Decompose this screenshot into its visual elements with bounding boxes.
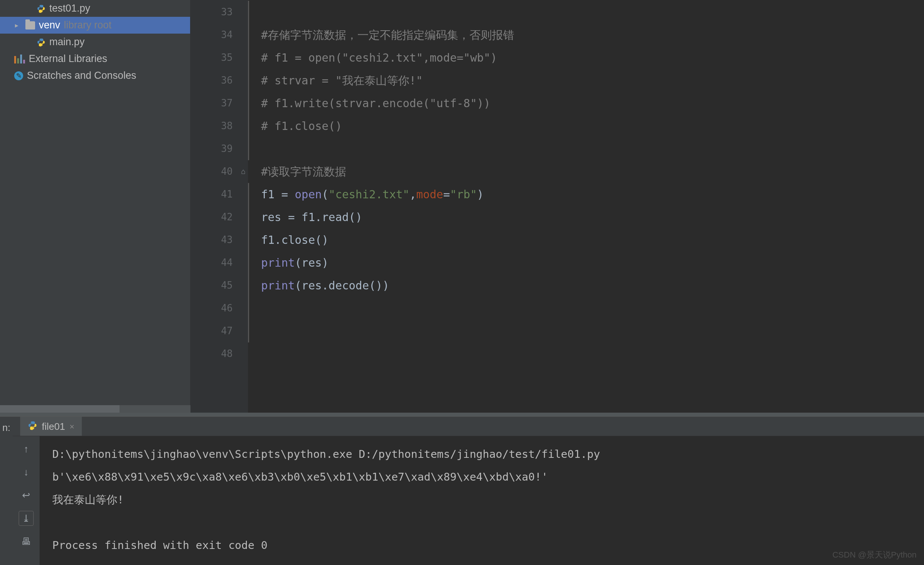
line-number[interactable]: 42 (190, 206, 248, 229)
run-tab-label: file01 (42, 421, 65, 432)
tree-item-external-libraries[interactable]: External Libraries (0, 50, 190, 67)
splitter[interactable] (0, 413, 924, 417)
arrow-down-icon[interactable]: ↓ (19, 465, 34, 480)
tree-item-venv[interactable]: ▸venv library root (0, 17, 190, 34)
line-number[interactable]: 36 (190, 69, 248, 92)
line-number[interactable]: 38 (190, 115, 248, 138)
line-number[interactable]: 46 (190, 297, 248, 320)
line-number[interactable]: 37 (190, 92, 248, 115)
python-file-icon (37, 38, 46, 47)
code-line[interactable]: #读取字节流数据 (248, 160, 924, 183)
folder-icon (26, 21, 35, 30)
tree-item-suffix: library root (64, 19, 112, 31)
run-tool-window: n: file01 × ↑ ↓ ↩ ⤓ 🖶 D: (0, 417, 924, 565)
project-tree[interactable]: test01.py▸venv library rootmain.pyExtern… (0, 0, 190, 405)
code-line[interactable]: #存储字节流数据，一定不能指定编码集，否则报错 (248, 24, 924, 46)
code-line[interactable] (248, 297, 924, 320)
run-tab-file01[interactable]: file01 × (20, 417, 82, 436)
code-line[interactable]: # f1.write(strvar.encode("utf-8")) (248, 92, 924, 115)
code-line[interactable]: # f1 = open("ceshi2.txt",mode="wb") (248, 46, 924, 69)
line-number[interactable]: 45 (190, 274, 248, 297)
run-tool-label: n: (0, 417, 13, 565)
line-number[interactable]: 34 (190, 24, 248, 46)
chevron-right-icon[interactable]: ▸ (15, 21, 22, 30)
run-toolbar: ↑ ↓ ↩ ⤓ 🖶 (13, 436, 40, 565)
tree-item-main-py[interactable]: main.py (0, 34, 190, 50)
close-icon[interactable]: × (69, 422, 74, 432)
editor-gutter[interactable]: 33343536373839404142434445464748 (190, 0, 248, 413)
code-line[interactable]: # strvar = "我在泰山等你!" (248, 69, 924, 92)
code-line[interactable] (248, 138, 924, 160)
code-line[interactable]: f1.close() (248, 229, 924, 251)
code-editor[interactable]: 33343536373839404142434445464748 #存储字节流数… (190, 0, 924, 413)
line-number[interactable]: 40 (190, 160, 248, 183)
line-number[interactable]: 48 (190, 342, 248, 365)
line-number[interactable]: 44 (190, 251, 248, 274)
code-line[interactable] (248, 320, 924, 342)
python-file-icon (37, 4, 46, 13)
code-line[interactable] (248, 1, 924, 24)
print-icon[interactable]: 🖶 (19, 534, 34, 549)
code-line[interactable]: # f1.close() (248, 115, 924, 138)
watermark: CSDN @景天说Python (832, 549, 916, 561)
run-tabs: file01 × (13, 417, 924, 436)
code-line[interactable] (248, 342, 924, 365)
library-icon (14, 54, 25, 63)
soft-wrap-icon[interactable]: ↩ (19, 488, 34, 503)
line-number[interactable]: 39 (190, 138, 248, 160)
code-line[interactable]: res = f1.read() (248, 206, 924, 229)
line-number[interactable]: 41 (190, 183, 248, 206)
scroll-to-end-icon[interactable]: ⤓ (19, 511, 34, 526)
line-number[interactable]: 43 (190, 229, 248, 251)
tree-item-label: main.py (49, 36, 85, 48)
line-number[interactable]: 35 (190, 46, 248, 69)
tree-item-test01-py[interactable]: test01.py (0, 0, 190, 17)
python-icon (28, 421, 38, 433)
arrow-up-icon[interactable]: ↑ (19, 441, 34, 456)
code-line[interactable]: f1 = open("ceshi2.txt",mode="rb") (248, 183, 924, 206)
scratch-icon: ✎ (14, 71, 23, 80)
sidebar-scrollbar-thumb[interactable] (0, 405, 120, 413)
run-console[interactable]: D:\pythonitems\jinghao\venv\Scripts\pyth… (40, 436, 924, 565)
tree-item-label: test01.py (49, 3, 90, 14)
code-line[interactable]: print(res.decode()) (248, 274, 924, 297)
sidebar-horizontal-scrollbar[interactable] (0, 405, 190, 413)
editor-code-area[interactable]: #存储字节流数据，一定不能指定编码集，否则报错# f1 = open("cesh… (248, 0, 924, 413)
tree-item-scratches-and-consoles[interactable]: ✎Scratches and Consoles (0, 67, 190, 84)
tree-item-label: Scratches and Consoles (27, 70, 136, 81)
tree-item-label: venv (39, 19, 60, 31)
project-sidebar: test01.py▸venv library rootmain.pyExtern… (0, 0, 190, 413)
tree-item-label: External Libraries (29, 53, 107, 64)
line-number[interactable]: 47 (190, 320, 248, 342)
line-number[interactable]: 33 (190, 1, 248, 24)
code-line[interactable]: print(res) (248, 251, 924, 274)
